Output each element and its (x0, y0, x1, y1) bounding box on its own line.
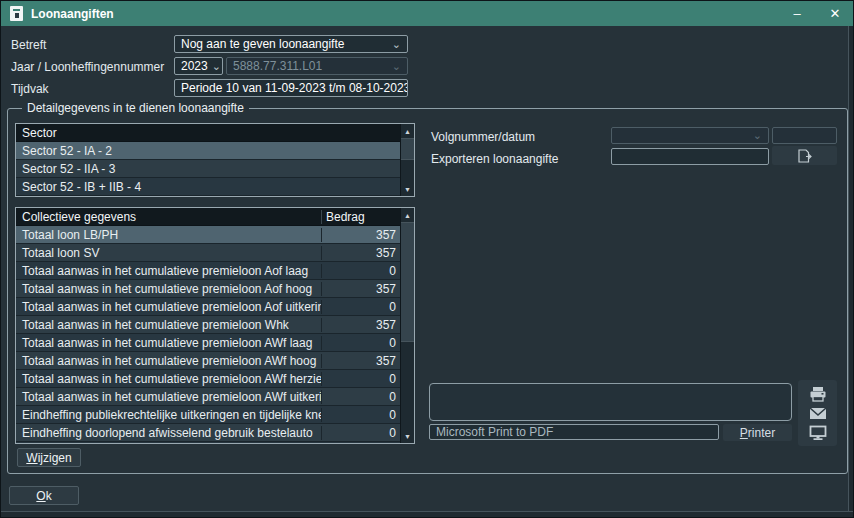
table-row[interactable]: Eindheffing publiekrechtelijke uitkering… (16, 406, 400, 424)
exporteren-field[interactable] (611, 148, 769, 165)
jaar-label: Jaar / Loonheffingennummer (11, 60, 164, 74)
chevron-down-icon: ⌄ (388, 39, 401, 50)
row-label: Totaal aanwas in het cumulatieve premiel… (16, 264, 321, 278)
scrollbar-thumb[interactable] (401, 138, 414, 160)
table-rows: Totaal loon LB/PH 357 Totaal loon SV 357… (16, 226, 400, 442)
export-file-icon (797, 149, 813, 163)
list-item[interactable]: Sector 52 - IB + IIB - 4 (16, 178, 400, 196)
row-value: 0 (321, 336, 400, 350)
row-label: Totaal aanwas in het cumulatieve premiel… (16, 390, 321, 404)
row-label: Totaal aanwas in het cumulatieve premiel… (16, 336, 321, 350)
row-value: 357 (321, 228, 400, 242)
exporteren-label: Exporteren loonaangifte (431, 152, 558, 166)
list-item-label: Sector 52 - IB + IIB - 4 (16, 180, 400, 194)
close-button[interactable]: ✕ (826, 6, 844, 21)
ok-button[interactable]: Ok (9, 486, 79, 505)
betreft-value: Nog aan te geven loonaangifte (181, 37, 344, 51)
tijdvak-value: Periode 10 van 11-09-2023 t/m 08-10-2023 (181, 81, 408, 95)
list-item-label: Sector 52 - IA - 2 (16, 144, 400, 158)
volgnummer-dropdown: ⌄ (611, 127, 769, 144)
row-value: 357 (321, 282, 400, 296)
row-value: 0 (321, 300, 400, 314)
window-title: Loonaangiften (31, 7, 114, 21)
table-row[interactable]: Totaal aanwas in het cumulatieve premiel… (16, 280, 400, 298)
scroll-up-icon[interactable]: ▲ (401, 208, 414, 222)
betreft-dropdown[interactable]: Nog aan te geven loonaangifte ⌄ (174, 35, 408, 53)
export-button[interactable] (772, 146, 837, 165)
tijdvak-label: Tijdvak (11, 82, 49, 96)
volgnummer-label: Volgnummer/datum (431, 130, 535, 144)
printer-icon[interactable] (809, 386, 827, 402)
table-row[interactable]: Totaal aanwas in het cumulatieve premiel… (16, 262, 400, 280)
sector-list-header: Sector (16, 124, 414, 142)
chevron-down-icon: ⌄ (388, 61, 401, 72)
scroll-down-icon[interactable]: ▼ (401, 429, 414, 443)
table-row[interactable]: Totaal aanwas in het cumulatieve premiel… (16, 316, 400, 334)
table-row[interactable]: Totaal loon LB/PH 357 (16, 226, 400, 244)
table-row[interactable]: Totaal loon SV 357 (16, 244, 400, 262)
window-controls: – ✕ (788, 6, 844, 21)
jaar-value: 2023 (181, 59, 208, 73)
printer-button-label: Printer (740, 426, 775, 440)
window-edge-right (848, 26, 853, 517)
row-label: Totaal loon LB/PH (16, 228, 321, 242)
scroll-up-icon[interactable]: ▲ (401, 124, 414, 138)
row-value: 357 (321, 246, 400, 260)
email-icon[interactable] (809, 407, 827, 420)
tijdvak-dropdown[interactable]: Periode 10 van 11-09-2023 t/m 08-10-2023… (174, 79, 408, 97)
monitor-icon[interactable] (809, 425, 827, 440)
table-header: Collectieve gegevens Bedrag (16, 208, 400, 226)
table-row[interactable]: Totaal aanwas in het cumulatieve premiel… (16, 352, 400, 370)
scroll-down-icon[interactable]: ▼ (401, 182, 414, 196)
printer-name: Microsoft Print to PDF (436, 425, 553, 439)
list-item[interactable]: Sector 52 - IA - 2 (16, 142, 400, 160)
row-label: Totaal aanwas in het cumulatieve premiel… (16, 318, 321, 332)
row-label: Totaal aanwas in het cumulatieve premiel… (16, 300, 321, 314)
sector-rows: Sector 52 - IA - 2 Sector 52 - IIA - 3 S… (16, 142, 400, 196)
table-scrollbar[interactable]: ▲ ▼ (400, 208, 414, 443)
printer-name-field[interactable]: Microsoft Print to PDF (429, 424, 719, 440)
row-value: 0 (321, 408, 400, 422)
chevron-down-icon: ⌄ (208, 61, 221, 72)
row-label: Totaal aanwas in het cumulatieve premiel… (16, 282, 321, 296)
titlebar[interactable]: Loonaangiften – ✕ (1, 1, 853, 26)
list-item-label: Sector 52 - IIA - 3 (16, 162, 400, 176)
minimize-button[interactable]: – (788, 6, 806, 21)
list-item[interactable]: Sector 52 - IIA - 3 (16, 160, 400, 178)
row-label: Totaal aanwas in het cumulatieve premiel… (16, 354, 321, 368)
row-value: 0 (321, 390, 400, 404)
printer-button[interactable]: Printer (723, 424, 792, 441)
column-header: Collectieve gegevens (16, 210, 321, 224)
row-value: 357 (321, 318, 400, 332)
jaar-dropdown[interactable]: 2023 ⌄ (174, 57, 223, 75)
row-value: 357 (321, 354, 400, 368)
wijzigen-button[interactable]: Wijzigen (17, 448, 81, 467)
row-value: 0 (321, 372, 400, 386)
table-row[interactable]: Totaal aanwas in het cumulatieve premiel… (16, 388, 400, 406)
row-label: Totaal loon SV (16, 246, 321, 260)
volgnummer-datum-field (772, 127, 837, 144)
table-row[interactable]: Eindheffing doorlopend afwisselend gebru… (16, 424, 400, 442)
sector-list: Sector Sector 52 - IA - 2 Sector 52 - II… (15, 123, 415, 197)
row-label: Eindheffing doorlopend afwisselend gebru… (16, 426, 321, 440)
wijzigen-button-label: Wijzigen (26, 451, 71, 465)
table-row[interactable]: Totaal aanwas in het cumulatieve premiel… (16, 370, 400, 388)
betreft-label: Betreft (11, 38, 46, 52)
row-value: 0 (321, 264, 400, 278)
chevron-down-icon: ⌄ (749, 130, 762, 141)
loonaangiften-window: Loonaangiften – ✕ Betreft Nog aan te gev… (0, 0, 854, 518)
table-row[interactable]: Totaal aanwas in het cumulatieve premiel… (16, 334, 400, 352)
document-icon (10, 6, 23, 21)
window-edge-bottom (1, 511, 853, 517)
row-value: 0 (321, 426, 400, 440)
column-header: Bedrag (321, 210, 400, 224)
table-row[interactable]: Totaal aanwas in het cumulatieve premiel… (16, 298, 400, 316)
output-options-panel (798, 380, 837, 446)
loonheffingennummer-value: 5888.77.311.L01 (233, 59, 322, 73)
sector-scrollbar[interactable]: ▲ ▼ (400, 124, 414, 196)
row-label: Eindheffing publiekrechtelijke uitkering… (16, 408, 321, 422)
print-preview-box[interactable] (429, 383, 792, 421)
loonheffingennummer-dropdown: 5888.77.311.L01 ⌄ (226, 57, 408, 75)
scrollbar-thumb[interactable] (401, 222, 414, 342)
sector-header-label: Sector (16, 126, 414, 140)
